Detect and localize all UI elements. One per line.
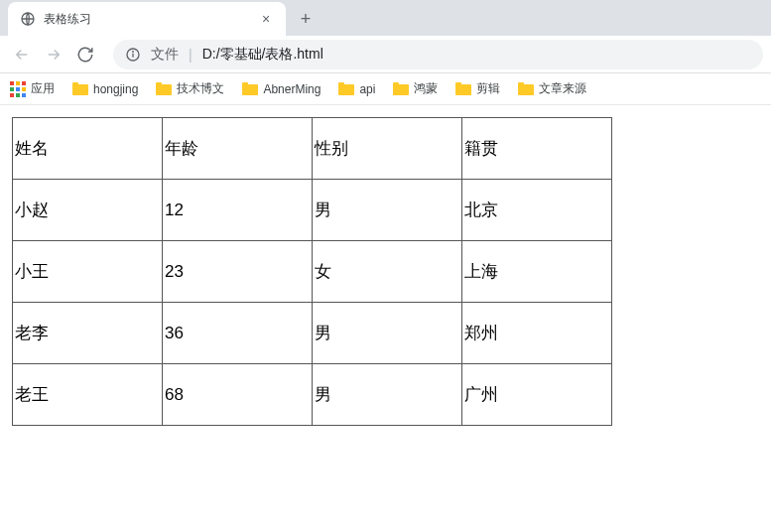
cell-name: 老王: [13, 364, 163, 426]
cell-gender: 女: [313, 241, 462, 303]
url-divider: |: [189, 47, 193, 63]
address-bar[interactable]: 文件 | D:/零基础/表格.html: [113, 40, 763, 69]
bookmark-label: 技术博文: [177, 80, 224, 97]
globe-icon: [20, 11, 36, 27]
page-content: 姓名 年龄 性别 籍贯 小赵 12 男 北京 小王 23 女 上海 老李 36 …: [0, 105, 771, 438]
tab-strip: 表格练习 × +: [0, 0, 771, 36]
bookmark-tech-blog[interactable]: 技术博文: [156, 80, 224, 97]
apps-button[interactable]: 应用: [10, 80, 55, 97]
bookmark-label: 鸿蒙: [414, 80, 438, 97]
cell-gender: 男: [313, 364, 462, 426]
table-row: 小王 23 女 上海: [13, 241, 612, 303]
forward-button[interactable]: [40, 41, 67, 68]
data-table: 姓名 年龄 性别 籍贯 小赵 12 男 北京 小王 23 女 上海 老李 36 …: [12, 117, 612, 426]
browser-chrome: 表格练习 × + 文件 | D:/零基础/表格.html 应用: [0, 0, 771, 105]
header-gender: 性别: [313, 118, 462, 180]
folder-icon: [156, 82, 172, 95]
cell-hometown: 广州: [462, 364, 612, 426]
cell-gender: 男: [313, 180, 462, 241]
reload-button[interactable]: [71, 41, 99, 68]
cell-hometown: 郑州: [462, 303, 612, 364]
bookmark-edit[interactable]: 剪辑: [455, 80, 500, 97]
close-tab-button[interactable]: ×: [258, 11, 274, 27]
url-prefix: 文件: [151, 46, 179, 64]
cell-age: 68: [163, 364, 313, 426]
folder-icon: [72, 82, 88, 95]
back-button[interactable]: [8, 41, 36, 68]
cell-hometown: 上海: [462, 241, 612, 303]
bookmark-label: 剪辑: [476, 80, 500, 97]
folder-icon: [242, 82, 258, 95]
cell-age: 12: [163, 180, 313, 241]
folder-icon: [393, 82, 409, 95]
cell-hometown: 北京: [462, 180, 612, 241]
apps-label: 应用: [31, 80, 55, 97]
new-tab-button[interactable]: +: [292, 5, 320, 33]
folder-icon: [518, 82, 534, 95]
folder-icon: [455, 82, 471, 95]
active-tab[interactable]: 表格练习 ×: [8, 2, 286, 36]
header-hometown: 籍贯: [462, 118, 612, 180]
bookmark-label: 文章来源: [539, 80, 586, 97]
cell-age: 23: [163, 241, 313, 303]
url-path: D:/零基础/表格.html: [202, 46, 323, 64]
cell-name: 小赵: [13, 180, 163, 241]
bookmark-hongmeng[interactable]: 鸿蒙: [393, 80, 438, 97]
table-row: 小赵 12 男 北京: [13, 180, 612, 241]
info-icon: [125, 47, 141, 63]
bookmark-label: hongjing: [93, 82, 138, 96]
bookmarks-bar: 应用 hongjing 技术博文 AbnerMing api 鸿蒙 剪辑 文章: [0, 73, 771, 105]
header-name: 姓名: [13, 118, 163, 180]
apps-icon: [10, 81, 26, 97]
bookmark-abnerming[interactable]: AbnerMing: [242, 82, 321, 96]
cell-gender: 男: [313, 303, 462, 364]
toolbar: 文件 | D:/零基础/表格.html: [0, 36, 771, 73]
table-header-row: 姓名 年龄 性别 籍贯: [13, 118, 612, 180]
bookmark-label: AbnerMing: [263, 82, 321, 96]
cell-name: 老李: [13, 303, 163, 364]
svg-point-3: [133, 51, 134, 52]
folder-icon: [338, 82, 354, 95]
bookmark-api[interactable]: api: [338, 82, 375, 96]
bookmark-label: api: [359, 82, 375, 96]
table-row: 老李 36 男 郑州: [13, 303, 612, 364]
tab-title: 表格练习: [44, 11, 250, 28]
header-age: 年龄: [163, 118, 313, 180]
cell-age: 36: [163, 303, 313, 364]
table-row: 老王 68 男 广州: [13, 364, 612, 426]
cell-name: 小王: [13, 241, 163, 303]
bookmark-hongjing[interactable]: hongjing: [72, 82, 138, 96]
bookmark-sources[interactable]: 文章来源: [518, 80, 586, 97]
